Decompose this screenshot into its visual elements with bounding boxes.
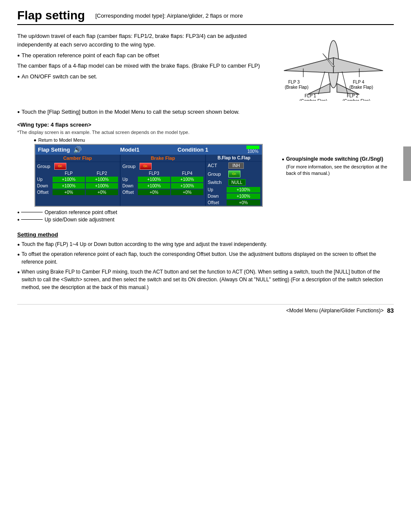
brake-offset-row: Offset +0% +0%: [121, 189, 205, 196]
right-sidebar-bar: [403, 146, 411, 181]
bflap-group-row: Group Gr.: [206, 170, 262, 178]
gr-sngl-bullet: Group/single mode switching (Gr./Sngl): [282, 156, 394, 162]
bflap-group-label: Group: [208, 171, 227, 177]
svg-text:FLP 3: FLP 3: [288, 80, 300, 84]
camber-header: Camber Flap: [35, 155, 120, 162]
camber-offset-val1[interactable]: +0%: [53, 190, 85, 195]
wing-section: <Wing type: 4 flaps screen> *The display…: [17, 121, 394, 223]
brake-flp-labels: FLP3 FLP4: [121, 171, 205, 176]
bflap-act-row: ACT INH: [206, 162, 262, 170]
airplane-svg: FLP 3 (Brake Flap) FLP 4 (Brake Flap) FL…: [275, 32, 392, 101]
flp-label-3: FLP3: [138, 171, 170, 176]
bflap-offset-val[interactable]: +0%: [227, 200, 260, 205]
camber-down-val2[interactable]: +100%: [86, 183, 118, 189]
bflap-down-val[interactable]: +100%: [227, 193, 260, 199]
intro-bullet1: The operation reference point of each fl…: [17, 51, 263, 60]
wing-left: <Wing type: 4 flaps screen> *The display…: [17, 121, 269, 223]
brake-group-row: Group Gr.: [121, 162, 205, 171]
wing-note: *The display screen is an example. The a…: [17, 130, 269, 135]
bflap-switch-label: Switch: [208, 180, 227, 185]
wing-right: Group/single mode switching (Gr./Sngl) (…: [282, 121, 394, 223]
lcd-title[interactable]: Flap Setting: [38, 146, 70, 153]
svg-text:FLP 4: FLP 4: [353, 80, 364, 84]
brake-header: Brake Flap: [121, 155, 205, 162]
brake-offset-val1[interactable]: +0%: [138, 190, 170, 195]
gr-sngl-text: Group/single mode switching (Gr./Sngl): [286, 156, 383, 162]
bflap-header: B.Flap to C.Flap: [206, 155, 262, 162]
lcd-speaker-icon: 🔊: [73, 146, 82, 154]
camber-up-label: Up: [37, 177, 53, 182]
camber-up-row: Up +100% +100%: [35, 176, 120, 183]
lcd-header: Flap Setting 🔊 Model1 Condition 1 100%: [35, 145, 262, 155]
bflap-up-row: Up +100%: [206, 187, 262, 193]
bflap-act-label: ACT: [208, 163, 227, 168]
brake-up-val2[interactable]: +100%: [171, 177, 203, 182]
airplane-diagram: FLP 3 (Brake Flap) FLP 4 (Brake Flap) FL…: [273, 32, 394, 101]
setting-bullet-3: When using Brake FLP to Camber FLP mixin…: [17, 268, 394, 291]
lcd-condition[interactable]: Condition 1: [177, 146, 209, 153]
camber-down-row: Down +100% +100%: [35, 183, 120, 189]
lcd-header-left: Flap Setting 🔊: [38, 146, 82, 154]
camber-flp-labels: FLP FLP2: [35, 171, 120, 176]
lcd-annotations: ● Operation reference point offset ● Up …: [17, 209, 269, 223]
camber-down-label: Down: [37, 184, 53, 188]
wing-heading: <Wing type: 4 flaps screen>: [17, 121, 269, 128]
bflap-down-row: Down +100%: [206, 193, 262, 199]
bflap-switch-btn[interactable]: NULL: [228, 179, 246, 186]
bflap-down-label: Down: [208, 194, 227, 199]
page-number: 83: [387, 307, 394, 314]
bflap-act-btn[interactable]: INH: [228, 162, 244, 169]
camber-up-val1[interactable]: +100%: [53, 177, 85, 182]
annotation-offset: ● Operation reference point offset: [17, 209, 269, 215]
svg-marker-2: [333, 58, 383, 73]
intro-bullet2: An ON/OFF switch can be set.: [17, 72, 263, 81]
page-subtitle: [Corresponding model type]: Airplane/gli…: [95, 12, 243, 19]
svg-text:FLP 2: FLP 2: [347, 93, 358, 98]
footer-text: <Model Menu (Airplane/Glider Functions)>: [286, 308, 383, 314]
brake-offset-val2[interactable]: +0%: [171, 190, 203, 195]
intro-para1: The up/down travel of each flap (camber …: [17, 32, 263, 49]
lcd-screen: Flap Setting 🔊 Model1 Condition 1 100%: [34, 144, 263, 207]
flp-label-1: FLP: [53, 171, 85, 176]
lcd-section-headers: Camber Flap Group Gr.: [35, 155, 262, 206]
brake-offset-label: Offset: [122, 190, 138, 195]
lcd-percent-bar: [246, 146, 259, 149]
bflap-up-label: Up: [208, 187, 227, 192]
camber-group-btn[interactable]: Gr.: [54, 163, 66, 170]
bflap-group-btn[interactable]: Gr.: [228, 171, 240, 177]
bflap-switch-row: Switch NULL: [206, 178, 262, 187]
page-title: Flap setting: [17, 9, 85, 22]
svg-text:(Brake Flap): (Brake Flap): [285, 85, 308, 90]
intro-para2: The camber flaps of a 4-flap model can b…: [17, 62, 263, 70]
screen-desc: Touch the [Flap Setting] button in the M…: [17, 108, 394, 116]
brake-up-val1[interactable]: +100%: [138, 177, 170, 182]
camber-up-val2[interactable]: +100%: [86, 177, 118, 182]
camber-group-label: Group: [37, 164, 53, 169]
svg-text:FLP 1: FLP 1: [305, 93, 316, 98]
camber-offset-row: Offset +0% +0%: [35, 189, 120, 196]
return-label: Return to Model Menu: [38, 137, 85, 143]
intro-text: The up/down travel of each flap (camber …: [17, 32, 263, 101]
brake-section: Brake Flap Group Gr.: [121, 155, 206, 206]
brake-group-label: Group: [122, 164, 138, 169]
svg-marker-1: [284, 58, 333, 73]
bflap-up-val[interactable]: +100%: [227, 187, 260, 193]
brake-up-label: Up: [122, 177, 138, 182]
setting-method: Setting method Touch the flap (FLP) 1~4 …: [17, 231, 394, 291]
bflap-offset-label: Offset: [208, 200, 227, 205]
brake-up-row: Up +100% +100%: [121, 176, 205, 183]
svg-text:(Camber Flap): (Camber Flap): [342, 99, 370, 101]
annotation-updown-text: Up side/Down side adjustment: [44, 217, 114, 223]
setting-method-title: Setting method: [17, 231, 394, 238]
lcd-model[interactable]: Model1: [120, 146, 140, 153]
brake-down-val1[interactable]: +100%: [138, 183, 170, 189]
page-footer: <Model Menu (Airplane/Glider Functions)>…: [17, 304, 394, 314]
bflap-offset-row: Offset +0%: [206, 199, 262, 206]
brake-down-val2[interactable]: +100%: [171, 183, 203, 189]
camber-offset-val2[interactable]: +0%: [86, 190, 118, 195]
bflap-section: B.Flap to C.Flap ACT INH Group Gr.: [206, 155, 262, 206]
flp-label-2: FLP2: [86, 171, 118, 176]
lcd-wrapper: Flap Setting 🔊 Model1 Condition 1 100%: [17, 144, 269, 223]
brake-group-btn[interactable]: Gr.: [140, 163, 152, 170]
camber-down-val1[interactable]: +100%: [53, 183, 85, 189]
